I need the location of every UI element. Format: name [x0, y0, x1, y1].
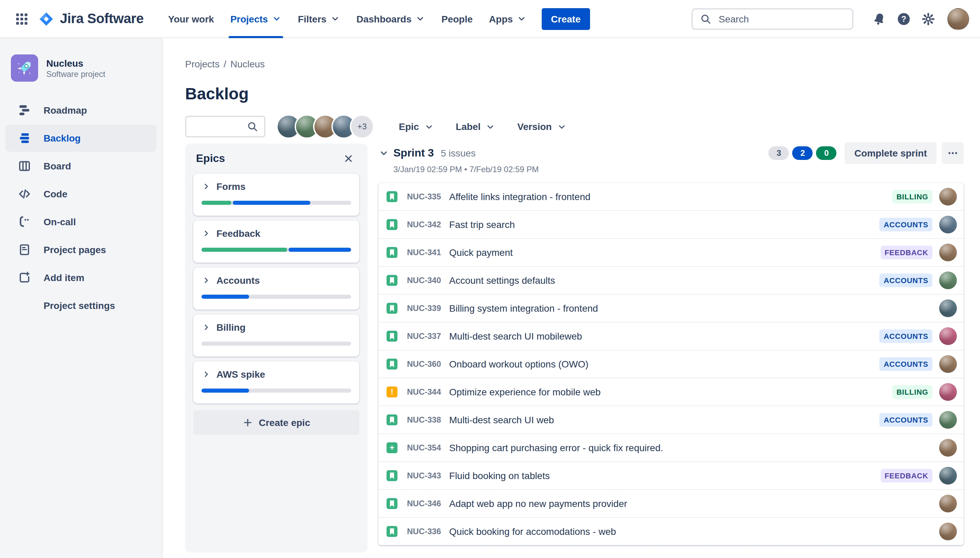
- nav-item-projects[interactable]: Projects: [222, 0, 290, 38]
- sprint-more-icon[interactable]: [942, 142, 964, 164]
- epic-card-header: Forms: [202, 181, 351, 192]
- epic-card-aws-spike[interactable]: AWS spike: [193, 361, 359, 404]
- code-icon: [18, 187, 31, 201]
- epic-card-forms[interactable]: Forms: [193, 174, 359, 216]
- issue-assignee-avatar[interactable]: [939, 523, 957, 540]
- breadcrumb: Projects/Nucleus: [185, 59, 265, 69]
- complete-sprint-button[interactable]: Complete sprint: [845, 142, 936, 164]
- issue-row-nuc-360[interactable]: NUC-360 Onboard workout options (OWO) AC…: [378, 350, 964, 378]
- sidebar-item-code[interactable]: Code: [5, 181, 156, 208]
- issue-row-nuc-343[interactable]: NUC-343 Fluid booking on tablets FEEDBAC…: [378, 462, 964, 490]
- close-icon[interactable]: [340, 150, 356, 167]
- sprint-date-range: 3/Jan/19 02:59 PM • 7/Feb/19 02:59 PM: [393, 165, 964, 174]
- issue-key: NUC-336: [407, 527, 441, 536]
- filter-dropdown-label: Version: [517, 121, 552, 132]
- nav-item-label: Apps: [489, 13, 513, 24]
- sidebar-item-add-item[interactable]: Add item: [5, 264, 156, 291]
- jira-backlog-page: Jira Software Your work Projects Filters…: [0, 0, 980, 558]
- filter-dropdown-epic[interactable]: Epic: [392, 117, 441, 136]
- nav-item-people[interactable]: People: [433, 0, 481, 38]
- backlog-search-input[interactable]: [192, 120, 246, 133]
- chevron-down-icon: [424, 121, 434, 132]
- issue-assignee-avatar[interactable]: [939, 244, 957, 261]
- sidebar-item-project-settings[interactable]: Project settings: [5, 292, 156, 319]
- issue-row-nuc-344[interactable]: ! NUC-344 Optimize experience for mobile…: [378, 378, 964, 406]
- nav-item-your-work[interactable]: Your work: [160, 0, 222, 38]
- nav-item-filters[interactable]: Filters: [290, 0, 348, 38]
- epic-label-badge: ACCOUNTS: [880, 329, 932, 343]
- issue-row-nuc-354[interactable]: + NUC-354 Shopping cart purchasing error…: [378, 434, 964, 462]
- issue-assignee-avatar[interactable]: [939, 299, 957, 317]
- issue-row-nuc-335[interactable]: NUC-335 Affelite links integration - fro…: [378, 183, 964, 211]
- create-issue-button[interactable]: Create issue: [380, 555, 460, 558]
- chevron-down-icon: [516, 14, 526, 24]
- issue-assignee-avatar[interactable]: [939, 383, 957, 401]
- project-header[interactable]: Nucleus Software project: [0, 53, 162, 83]
- global-search-input[interactable]: [717, 13, 845, 25]
- issue-row-nuc-340[interactable]: NUC-340 Account settings defaults ACCOUN…: [378, 267, 964, 295]
- issue-row-nuc-336[interactable]: NUC-336 Quick booking for accomodations …: [378, 518, 964, 545]
- filter-dropdown-version[interactable]: Version: [511, 117, 573, 136]
- story-type-icon: [387, 191, 397, 202]
- issue-row-nuc-346[interactable]: NUC-346 Adapt web app no new payments pr…: [378, 490, 964, 518]
- filter-dropdown-label: Epic: [399, 121, 419, 132]
- epic-progress-bar: [202, 248, 351, 252]
- issue-row-nuc-341[interactable]: NUC-341 Quick payment FEEDBACK: [378, 239, 964, 267]
- epic-card-header: AWS spike: [202, 369, 351, 380]
- chevron-down-icon: [271, 14, 281, 24]
- issue-assignee-avatar[interactable]: [939, 327, 957, 345]
- sidebar-item-backlog[interactable]: Backlog: [5, 125, 156, 152]
- backlog-search[interactable]: [185, 116, 266, 138]
- issue-summary: Account settings defaults: [449, 275, 880, 286]
- user-avatar[interactable]: [947, 8, 969, 30]
- chevron-down-icon: [557, 121, 567, 132]
- sidebar-item-on-call[interactable]: On-call: [5, 208, 156, 235]
- issue-assignee-avatar[interactable]: [939, 216, 957, 233]
- issue-assignee-avatar[interactable]: [939, 411, 957, 429]
- issue-assignee-avatar[interactable]: [939, 467, 957, 484]
- issue-assignee-avatar[interactable]: [939, 188, 957, 205]
- progress-segment-inprogress: [233, 201, 311, 205]
- issue-key: NUC-360: [407, 359, 441, 369]
- issue-row-nuc-342[interactable]: NUC-342 Fast trip search ACCOUNTS: [378, 211, 964, 239]
- sidebar-item-label: Add item: [44, 272, 84, 283]
- sprint-issue-count: 5 issues: [441, 148, 476, 159]
- nav-item-apps[interactable]: Apps: [481, 0, 535, 38]
- sidebar-item-roadmap[interactable]: Roadmap: [5, 97, 156, 124]
- settings-icon[interactable]: [918, 8, 939, 30]
- create-epic-button[interactable]: Create epic: [193, 410, 359, 435]
- story-type-icon: [387, 331, 397, 341]
- chevron-down-icon: [415, 14, 425, 24]
- issue-assignee-avatar[interactable]: [939, 495, 957, 512]
- notifications-icon[interactable]: [868, 8, 890, 30]
- issue-row-nuc-339[interactable]: NUC-339 Billing system integration - fro…: [378, 295, 964, 323]
- sidebar-item-board[interactable]: Board: [5, 153, 156, 180]
- sidebar-item-project-pages[interactable]: Project pages: [5, 236, 156, 263]
- create-button[interactable]: Create: [542, 8, 590, 30]
- issue-summary: Optimize experience for mobile web: [449, 387, 892, 397]
- breadcrumb-projects[interactable]: Projects: [185, 59, 220, 69]
- epic-card-feedback[interactable]: Feedback: [193, 220, 359, 263]
- help-icon[interactable]: [893, 8, 915, 30]
- breadcrumb-project-name[interactable]: Nucleus: [230, 59, 265, 69]
- issue-row-nuc-338[interactable]: NUC-338 Multi-dest search UI web ACCOUNT…: [378, 406, 964, 434]
- epic-card-accounts[interactable]: Accounts: [193, 268, 359, 310]
- issue-row-nuc-337[interactable]: NUC-337 Multi-dest search UI mobileweb A…: [378, 323, 964, 350]
- epic-label-badge: ACCOUNTS: [880, 218, 932, 231]
- filter-dropdown-label[interactable]: Label: [449, 117, 502, 136]
- jira-logo[interactable]: Jira Software: [38, 11, 144, 27]
- create-epic-label: Create epic: [259, 417, 310, 428]
- app-switcher-icon[interactable]: [11, 8, 33, 30]
- issue-assignee-avatar[interactable]: [939, 355, 957, 373]
- epic-card-billing[interactable]: Billing: [193, 314, 359, 356]
- nav-item-dashboards[interactable]: Dashboards: [348, 0, 433, 38]
- issue-assignee-avatar[interactable]: [939, 439, 957, 456]
- sidebar-item-label: Roadmap: [44, 105, 87, 116]
- global-search[interactable]: [691, 8, 854, 30]
- epic-card-header: Accounts: [202, 275, 351, 286]
- issue-summary: Onboard workout options (OWO): [449, 359, 880, 369]
- chevron-right-icon: [202, 182, 211, 191]
- more-assignees-badge[interactable]: +3: [350, 114, 374, 139]
- issue-assignee-avatar[interactable]: [939, 271, 957, 289]
- chevron-down-icon[interactable]: [378, 148, 389, 159]
